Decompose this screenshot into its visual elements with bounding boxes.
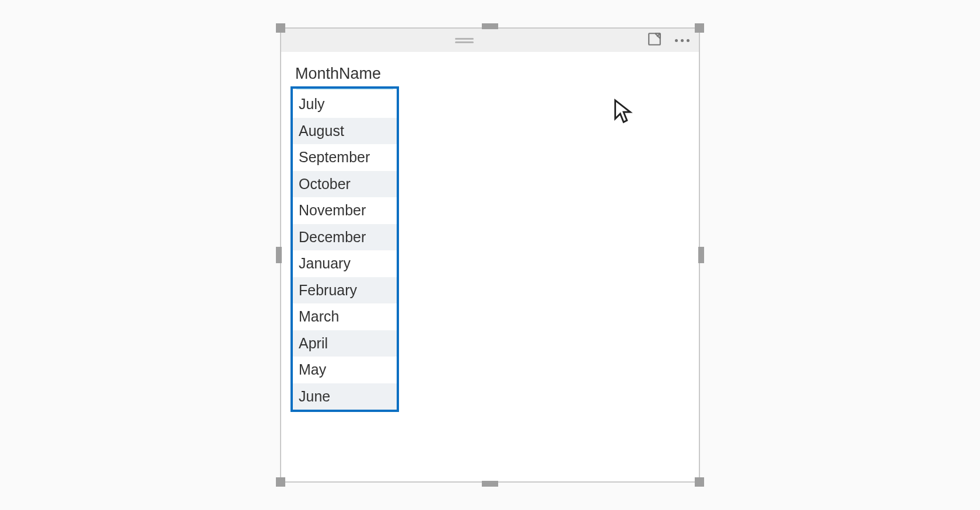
- drag-handle-icon[interactable]: [281, 29, 647, 52]
- header-underline: [296, 89, 393, 90]
- focus-mode-icon[interactable]: [647, 32, 662, 49]
- visual-container[interactable]: MonthName July August September October …: [280, 27, 700, 483]
- visual-body: MonthName July August September October …: [281, 52, 699, 424]
- resize-handle-top-center[interactable]: [482, 23, 498, 29]
- table-row[interactable]: December: [293, 224, 397, 251]
- resize-handle-bottom-right[interactable]: [695, 477, 704, 487]
- table-row[interactable]: May: [293, 357, 397, 383]
- resize-handle-bottom-left[interactable]: [276, 477, 285, 487]
- resize-handle-middle-left[interactable]: [276, 247, 282, 263]
- visual-header-actions: [647, 32, 692, 49]
- resize-handle-top-left[interactable]: [276, 23, 285, 33]
- table-row[interactable]: March: [293, 303, 397, 330]
- table-row[interactable]: October: [293, 171, 397, 198]
- visual-header: [281, 29, 699, 52]
- table-highlight-box: July August September October November D…: [290, 86, 399, 412]
- table-row[interactable]: April: [293, 330, 397, 357]
- table-row[interactable]: September: [293, 144, 397, 171]
- table-row[interactable]: June: [293, 383, 397, 410]
- table-row[interactable]: January: [293, 250, 397, 277]
- table-row[interactable]: November: [293, 197, 397, 224]
- table-row[interactable]: August: [293, 118, 397, 145]
- resize-handle-middle-right[interactable]: [698, 247, 704, 263]
- table-row[interactable]: July: [293, 91, 397, 118]
- table-row[interactable]: February: [293, 277, 397, 304]
- resize-handle-bottom-center[interactable]: [482, 481, 498, 487]
- more-options-icon[interactable]: [673, 36, 692, 46]
- table-column-header[interactable]: MonthName: [290, 64, 399, 84]
- resize-handle-top-right[interactable]: [695, 23, 704, 33]
